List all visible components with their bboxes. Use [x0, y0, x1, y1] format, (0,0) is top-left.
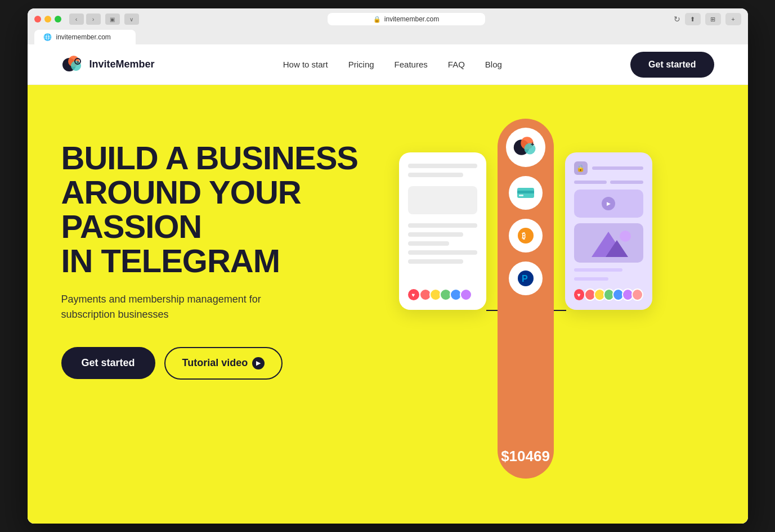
hero-title-line2: AROUND YOUR PASSION	[61, 174, 301, 245]
hero-section: BUILD A BUSINESS AROUND YOUR PASSION IN …	[28, 85, 748, 524]
tutorial-button-text: Tutorial video	[182, 357, 248, 369]
content-line	[408, 241, 450, 246]
browser-window: ‹ › ▣ ∨ 🔒 invitemember.com ↻ ⬆ ⊞ + 🌐 inv…	[28, 8, 748, 524]
image-block	[574, 223, 643, 263]
logo: + InviteMember	[61, 53, 155, 76]
header-cta-button[interactable]: Get started	[630, 52, 714, 78]
mountain-image	[575, 226, 642, 260]
security-icon: 🔒	[373, 16, 381, 23]
pillar-logo-svg: +	[512, 133, 540, 161]
hero-title-line3: IN TELEGRAM	[61, 242, 280, 279]
phone-right-avatars: ♥	[574, 288, 643, 301]
svg-text:₿: ₿	[522, 231, 526, 240]
site-nav: How to start Pricing Features FAQ Blog	[283, 60, 502, 69]
close-button[interactable]	[34, 16, 41, 22]
reload-button[interactable]: ↻	[674, 15, 680, 24]
paypal-icon: P	[509, 262, 543, 295]
phone-right-header: 🔒	[574, 161, 643, 175]
hero-illustration: ♥	[354, 107, 748, 512]
svg-text:P: P	[522, 274, 528, 283]
connection-line-left	[486, 310, 499, 311]
browser-chrome: ‹ › ▣ ∨ 🔒 invitemember.com ↻ ⬆ ⊞ +	[28, 8, 748, 30]
hero-title-line1: BUILD A BUSINESS	[61, 139, 359, 176]
maximize-button[interactable]	[55, 16, 61, 22]
logo-text: InviteMember	[89, 58, 155, 70]
svg-point-19	[620, 231, 631, 242]
new-tab-button[interactable]: +	[725, 13, 741, 25]
content-line	[408, 164, 477, 168]
card-payment-icon	[509, 176, 543, 210]
nav-faq[interactable]: FAQ	[448, 60, 465, 69]
svg-text:+: +	[77, 60, 79, 65]
tab-dropdown[interactable]: ∨	[124, 13, 139, 25]
hero-content: BUILD A BUSINESS AROUND YOUR PASSION IN …	[61, 119, 377, 380]
video-play-icon: ▶	[602, 197, 615, 210]
tab-title: invitemember.com	[56, 33, 111, 41]
svg-point-12	[518, 228, 534, 244]
nav-how-to-start[interactable]: How to start	[283, 60, 328, 69]
purple-lines-row	[574, 181, 643, 184]
lock-icon: 🔒	[574, 161, 588, 175]
svg-rect-11	[519, 195, 523, 196]
purple-line	[592, 166, 643, 170]
url-text: invitemember.com	[384, 15, 439, 23]
tab-overview-button[interactable]: ⊞	[705, 13, 721, 25]
phone-right: 🔒 ▶	[565, 152, 652, 310]
nav-pricing[interactable]: Pricing	[348, 60, 374, 69]
connection-line-right	[554, 310, 566, 311]
content-block	[408, 186, 477, 214]
hero-cta-button[interactable]: Get started	[61, 347, 155, 379]
content-line	[408, 223, 477, 228]
url-bar[interactable]: 🔒 invitemember.com	[328, 13, 485, 25]
active-tab[interactable]: 🌐 invitemember.com	[34, 30, 136, 44]
phone-left: ♥	[399, 152, 486, 310]
svg-text:+: +	[530, 141, 534, 147]
heart-icon: ♥	[408, 289, 419, 300]
site-header: + InviteMember How to start Pricing Feat…	[28, 44, 748, 85]
heart-icon-right: ♥	[574, 289, 585, 300]
content-line	[408, 173, 463, 177]
traffic-lights	[34, 16, 61, 22]
bitcoin-icon: ₿	[509, 219, 543, 253]
center-pillar: + ₿	[498, 119, 554, 479]
back-button[interactable]: ‹	[69, 13, 84, 25]
hero-title: BUILD A BUSINESS AROUND YOUR PASSION IN …	[61, 141, 377, 278]
nav-blog[interactable]: Blog	[485, 60, 502, 69]
website: + InviteMember How to start Pricing Feat…	[28, 44, 748, 524]
sidebar-toggle[interactable]: ▣	[105, 13, 120, 25]
svg-rect-10	[517, 191, 534, 193]
hero-tutorial-button[interactable]: Tutorial video ▶	[164, 347, 283, 380]
play-icon: ▶	[252, 357, 265, 369]
pillar-logo: +	[506, 128, 545, 167]
content-line	[408, 259, 463, 264]
share-button[interactable]: ⬆	[685, 13, 701, 25]
purple-line	[610, 181, 643, 184]
purple-line-shorter	[574, 277, 609, 281]
hero-buttons: Get started Tutorial video ▶	[61, 347, 377, 380]
hero-subtitle: Payments and membership management for s…	[61, 292, 275, 322]
content-line	[408, 232, 463, 237]
svg-point-2	[71, 61, 81, 71]
tab-favicon: 🌐	[43, 33, 52, 41]
content-line	[408, 250, 477, 255]
browser-nav-buttons: ‹ ›	[69, 13, 101, 25]
avatar	[631, 288, 643, 301]
avatar	[460, 288, 472, 301]
tab-bar: 🌐 invitemember.com	[28, 30, 748, 44]
logo-icon: +	[61, 53, 84, 76]
phone-avatars: ♥	[408, 288, 477, 301]
video-block: ▶	[574, 190, 643, 218]
minimize-button[interactable]	[44, 16, 51, 22]
purple-line	[574, 181, 607, 184]
purple-line-short	[574, 268, 622, 272]
forward-button[interactable]: ›	[86, 13, 101, 25]
nav-features[interactable]: Features	[395, 60, 428, 69]
pillar-price: $10469	[496, 448, 554, 465]
